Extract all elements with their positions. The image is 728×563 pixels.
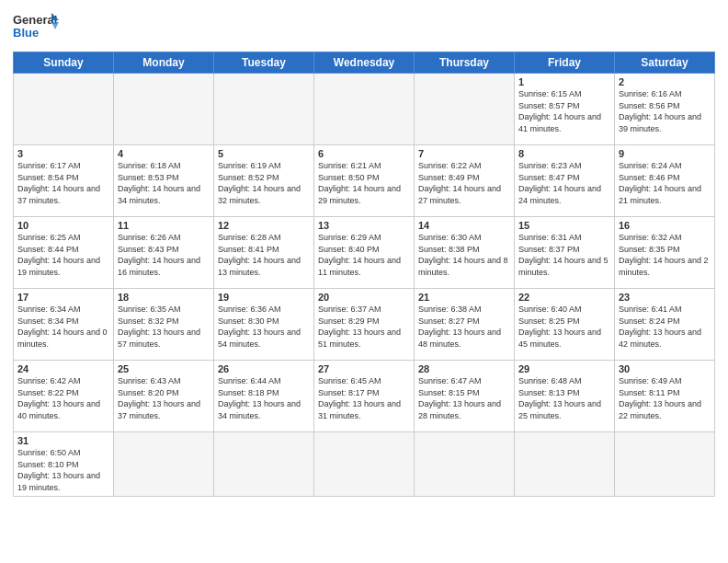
- day-header-monday: Monday: [114, 52, 214, 74]
- calendar-cell: 5Sunrise: 6:19 AM Sunset: 8:52 PM Daylig…: [214, 145, 314, 217]
- day-info: Sunrise: 6:34 AM Sunset: 8:34 PM Dayligh…: [17, 304, 109, 350]
- day-info: Sunrise: 6:42 AM Sunset: 8:22 PM Dayligh…: [17, 375, 109, 421]
- day-info: Sunrise: 6:31 AM Sunset: 8:37 PM Dayligh…: [518, 232, 610, 278]
- day-number: 12: [218, 220, 310, 231]
- week-row-3: 17Sunrise: 6:34 AM Sunset: 8:34 PM Dayli…: [14, 289, 715, 361]
- day-number: 19: [218, 292, 310, 303]
- day-number: 13: [318, 220, 410, 231]
- calendar-table: SundayMondayTuesdayWednesdayThursdayFrid…: [13, 52, 715, 497]
- calendar-cell: 19Sunrise: 6:36 AM Sunset: 8:30 PM Dayli…: [214, 289, 314, 361]
- calendar-cell: [114, 74, 214, 145]
- calendar-cell: [615, 432, 715, 497]
- day-number: 7: [418, 148, 510, 159]
- calendar-cell: 8Sunrise: 6:23 AM Sunset: 8:47 PM Daylig…: [515, 145, 615, 217]
- day-number: 26: [218, 363, 310, 374]
- calendar-cell: 12Sunrise: 6:28 AM Sunset: 8:41 PM Dayli…: [214, 217, 314, 289]
- week-row-1: 3Sunrise: 6:17 AM Sunset: 8:54 PM Daylig…: [14, 145, 715, 217]
- calendar-cell: 16Sunrise: 6:32 AM Sunset: 8:35 PM Dayli…: [615, 217, 715, 289]
- day-info: Sunrise: 6:26 AM Sunset: 8:43 PM Dayligh…: [118, 232, 210, 278]
- day-info: Sunrise: 6:44 AM Sunset: 8:18 PM Dayligh…: [218, 375, 310, 421]
- calendar-cell: [114, 432, 214, 497]
- day-info: Sunrise: 6:40 AM Sunset: 8:25 PM Dayligh…: [518, 304, 610, 350]
- day-info: Sunrise: 6:50 AM Sunset: 8:10 PM Dayligh…: [17, 447, 109, 493]
- calendar-cell: [14, 74, 114, 145]
- header: General Blue: [13, 9, 715, 44]
- day-info: Sunrise: 6:18 AM Sunset: 8:53 PM Dayligh…: [118, 160, 210, 206]
- day-number: 18: [118, 292, 210, 303]
- calendar-cell: 24Sunrise: 6:42 AM Sunset: 8:22 PM Dayli…: [14, 361, 114, 432]
- day-info: Sunrise: 6:29 AM Sunset: 8:40 PM Dayligh…: [318, 232, 410, 278]
- calendar-cell: [214, 74, 314, 145]
- calendar-cell: [214, 432, 314, 497]
- day-info: Sunrise: 6:41 AM Sunset: 8:24 PM Dayligh…: [619, 304, 711, 350]
- day-number: 22: [518, 292, 610, 303]
- calendar-cell: 31Sunrise: 6:50 AM Sunset: 8:10 PM Dayli…: [14, 432, 114, 497]
- day-number: 28: [418, 363, 510, 374]
- day-info: Sunrise: 6:19 AM Sunset: 8:52 PM Dayligh…: [218, 160, 310, 206]
- day-number: 24: [17, 363, 109, 374]
- day-header-friday: Friday: [515, 52, 615, 74]
- day-info: Sunrise: 6:43 AM Sunset: 8:20 PM Dayligh…: [118, 375, 210, 421]
- day-info: Sunrise: 6:48 AM Sunset: 8:13 PM Dayligh…: [518, 375, 610, 421]
- calendar-cell: 9Sunrise: 6:24 AM Sunset: 8:46 PM Daylig…: [615, 145, 715, 217]
- calendar-cell: 27Sunrise: 6:45 AM Sunset: 8:17 PM Dayli…: [314, 361, 415, 432]
- svg-text:General: General: [13, 13, 57, 27]
- day-info: Sunrise: 6:25 AM Sunset: 8:44 PM Dayligh…: [17, 232, 109, 278]
- day-info: Sunrise: 6:37 AM Sunset: 8:29 PM Dayligh…: [318, 304, 410, 350]
- day-info: Sunrise: 6:45 AM Sunset: 8:17 PM Dayligh…: [318, 375, 410, 421]
- calendar-cell: 17Sunrise: 6:34 AM Sunset: 8:34 PM Dayli…: [14, 289, 114, 361]
- day-number: 17: [17, 292, 109, 303]
- day-number: 20: [318, 292, 410, 303]
- day-header-wednesday: Wednesday: [314, 52, 415, 74]
- day-info: Sunrise: 6:32 AM Sunset: 8:35 PM Dayligh…: [619, 232, 711, 278]
- calendar-cell: 2Sunrise: 6:16 AM Sunset: 8:56 PM Daylig…: [615, 74, 715, 145]
- calendar-cell: 21Sunrise: 6:38 AM Sunset: 8:27 PM Dayli…: [415, 289, 515, 361]
- day-number: 3: [17, 148, 109, 159]
- calendar-cell: [314, 74, 415, 145]
- day-number: 6: [318, 148, 410, 159]
- day-number: 15: [518, 220, 610, 231]
- calendar-cell: [415, 74, 515, 145]
- day-number: 5: [218, 148, 310, 159]
- day-number: 27: [318, 363, 410, 374]
- calendar-cell: 26Sunrise: 6:44 AM Sunset: 8:18 PM Dayli…: [214, 361, 314, 432]
- day-number: 31: [17, 435, 109, 446]
- day-header-sunday: Sunday: [14, 52, 114, 74]
- day-info: Sunrise: 6:35 AM Sunset: 8:32 PM Dayligh…: [118, 304, 210, 350]
- calendar-cell: 11Sunrise: 6:26 AM Sunset: 8:43 PM Dayli…: [114, 217, 214, 289]
- day-number: 11: [118, 220, 210, 231]
- day-number: 2: [619, 76, 711, 87]
- day-number: 10: [17, 220, 109, 231]
- day-info: Sunrise: 6:47 AM Sunset: 8:15 PM Dayligh…: [418, 375, 510, 421]
- day-number: 16: [619, 220, 711, 231]
- day-info: Sunrise: 6:17 AM Sunset: 8:54 PM Dayligh…: [17, 160, 109, 206]
- generalblue-logo: General Blue: [13, 9, 59, 44]
- day-number: 23: [619, 292, 711, 303]
- calendar-cell: 1Sunrise: 6:15 AM Sunset: 8:57 PM Daylig…: [515, 74, 615, 145]
- day-info: Sunrise: 6:28 AM Sunset: 8:41 PM Dayligh…: [218, 232, 310, 278]
- week-row-4: 24Sunrise: 6:42 AM Sunset: 8:22 PM Dayli…: [14, 361, 715, 432]
- day-info: Sunrise: 6:23 AM Sunset: 8:47 PM Dayligh…: [518, 160, 610, 206]
- day-header-saturday: Saturday: [615, 52, 715, 74]
- day-number: 30: [619, 363, 711, 374]
- day-info: Sunrise: 6:15 AM Sunset: 8:57 PM Dayligh…: [518, 88, 610, 134]
- calendar-cell: 4Sunrise: 6:18 AM Sunset: 8:53 PM Daylig…: [114, 145, 214, 217]
- day-number: 8: [518, 148, 610, 159]
- day-number: 1: [518, 76, 610, 87]
- calendar-cell: 3Sunrise: 6:17 AM Sunset: 8:54 PM Daylig…: [14, 145, 114, 217]
- calendar-cell: [515, 432, 615, 497]
- day-info: Sunrise: 6:21 AM Sunset: 8:50 PM Dayligh…: [318, 160, 410, 206]
- day-number: 9: [619, 148, 711, 159]
- day-info: Sunrise: 6:22 AM Sunset: 8:49 PM Dayligh…: [418, 160, 510, 206]
- calendar-cell: 18Sunrise: 6:35 AM Sunset: 8:32 PM Dayli…: [114, 289, 214, 361]
- calendar-cell: 15Sunrise: 6:31 AM Sunset: 8:37 PM Dayli…: [515, 217, 615, 289]
- day-header-tuesday: Tuesday: [214, 52, 314, 74]
- day-number: 14: [418, 220, 510, 231]
- calendar-cell: 7Sunrise: 6:22 AM Sunset: 8:49 PM Daylig…: [415, 145, 515, 217]
- day-number: 29: [518, 363, 610, 374]
- day-number: 21: [418, 292, 510, 303]
- week-row-0: 1Sunrise: 6:15 AM Sunset: 8:57 PM Daylig…: [14, 74, 715, 145]
- week-row-2: 10Sunrise: 6:25 AM Sunset: 8:44 PM Dayli…: [14, 217, 715, 289]
- week-row-5: 31Sunrise: 6:50 AM Sunset: 8:10 PM Dayli…: [14, 432, 715, 497]
- logo: General Blue: [13, 9, 59, 44]
